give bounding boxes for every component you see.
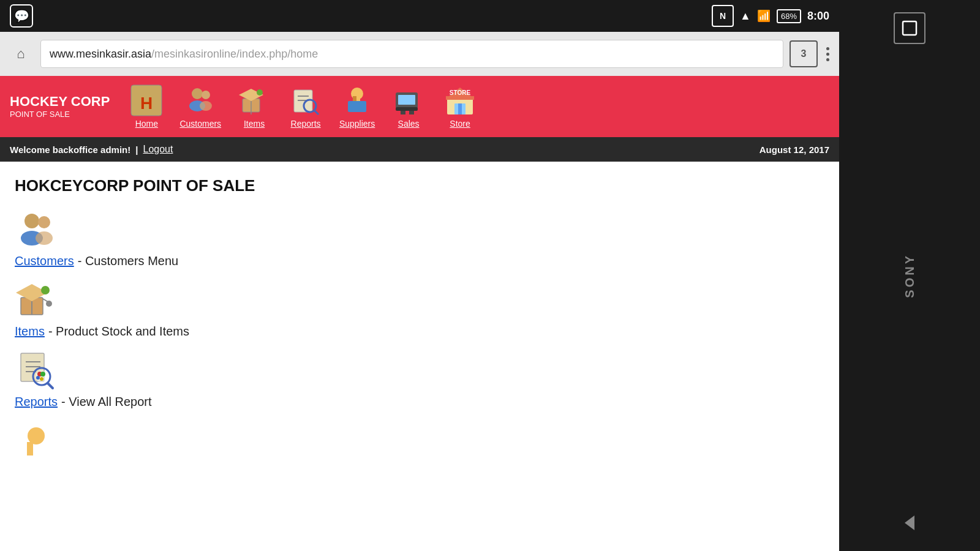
nav-items[interactable]: Items <box>230 81 279 131</box>
wifi-icon: ▲ <box>740 10 751 23</box>
bbm-icon: 💬 <box>10 4 33 28</box>
signal-icon: 📶 <box>757 9 771 23</box>
nav-items-label: Items <box>244 119 265 129</box>
svg-rect-52 <box>27 442 33 455</box>
svg-point-49 <box>40 377 43 381</box>
svg-point-9 <box>257 89 263 96</box>
svg-text:H: H <box>140 94 153 113</box>
nav-customers[interactable]: Customers <box>173 81 227 131</box>
customers-menu-icon <box>15 208 58 250</box>
reports-desc: - View All Report <box>61 395 151 409</box>
square-button[interactable] <box>894 12 925 44</box>
svg-rect-22 <box>401 111 405 114</box>
url-path: /mesinkasironline/index.php/home <box>151 48 318 61</box>
customers-menu-item: Customers - Customers Menu <box>15 208 824 268</box>
nav-sales-label: Sales <box>398 119 420 129</box>
reports-link[interactable]: Reports <box>15 395 58 409</box>
brand-subtitle: POINT OF SALE <box>10 110 110 119</box>
battery-indicator: 68% <box>777 9 801 23</box>
browser-bar: ⌂ www.mesinkasir.asia /mesinkasironline/… <box>0 32 839 76</box>
nav-suppliers-label: Suppliers <box>339 119 375 129</box>
reports-icon <box>288 83 323 118</box>
sales-icon <box>391 83 426 118</box>
svg-point-5 <box>200 101 212 111</box>
nav-store-label: Store <box>450 119 470 129</box>
welcome-text: Welcome backoffice admin! <box>10 144 130 155</box>
status-bar: 💬 N ▲ 📶 68% 8:00 <box>0 0 839 32</box>
svg-rect-53 <box>903 21 916 35</box>
svg-rect-28 <box>446 96 474 100</box>
svg-rect-18 <box>353 96 356 101</box>
nav-suppliers[interactable]: Suppliers <box>333 81 382 131</box>
svg-text:STORE: STORE <box>450 89 471 96</box>
svg-rect-16 <box>348 101 366 112</box>
items-menu-row: Items - Product Stock and Items <box>15 324 824 339</box>
tab-count-button[interactable]: 3 <box>790 40 818 67</box>
date-display: August 12, 2017 <box>760 144 829 155</box>
reports-menu-icon <box>15 348 58 391</box>
nfc-icon: N <box>712 5 734 27</box>
welcome-separator: | <box>135 144 138 155</box>
svg-point-30 <box>24 214 39 228</box>
suppliers-menu-icon <box>15 419 58 462</box>
svg-point-48 <box>36 376 40 380</box>
svg-point-32 <box>38 216 50 228</box>
items-desc: - Product Stock and Items <box>48 324 189 339</box>
reports-menu-row: Reports - View All Report <box>15 395 824 409</box>
brand: HOCKEY CORP POINT OF SALE <box>10 94 110 119</box>
items-menu-icon <box>15 278 58 321</box>
items-icon <box>237 83 271 118</box>
nav-home-label: Home <box>135 119 158 129</box>
svg-point-51 <box>28 427 45 444</box>
svg-point-37 <box>41 286 50 294</box>
nav-customers-label: Customers <box>179 119 221 129</box>
nav-reports-label: Reports <box>291 119 321 129</box>
main-content: HOKCEYCORP POINT OF SALE Customers - Cus… <box>0 162 839 551</box>
navigation-bar: HOCKEY CORP POINT OF SALE H Home <box>0 76 839 137</box>
items-menu-item: Items - Product Stock and Items <box>15 278 824 339</box>
svg-point-2 <box>192 88 203 99</box>
svg-rect-20 <box>398 95 415 105</box>
browser-home-button[interactable]: ⌂ <box>7 40 34 67</box>
customers-link[interactable]: Customers <box>15 254 74 268</box>
customers-icon <box>183 83 217 118</box>
browser-menu-button[interactable] <box>824 45 832 64</box>
nav-home[interactable]: H Home <box>122 81 171 131</box>
url-bar[interactable]: www.mesinkasir.asia /mesinkasironline/in… <box>40 40 783 68</box>
svg-line-14 <box>315 111 318 114</box>
brand-name: HOCKEY CORP <box>10 94 110 110</box>
items-link[interactable]: Items <box>15 324 45 339</box>
reports-menu-item: Reports - View All Report <box>15 348 824 409</box>
back-button[interactable] <box>894 507 925 539</box>
svg-marker-54 <box>905 515 914 530</box>
status-time: 8:00 <box>807 10 829 23</box>
customers-desc: - Customers Menu <box>78 254 179 268</box>
side-icons <box>894 12 925 44</box>
logout-link[interactable]: Logout <box>143 144 173 155</box>
nav-sales[interactable]: Sales <box>384 81 433 131</box>
svg-point-39 <box>46 301 52 307</box>
nav-store[interactable]: STORE Store <box>435 81 484 131</box>
store-icon: STORE <box>443 83 477 118</box>
nav-reports[interactable]: Reports <box>281 81 330 131</box>
svg-point-47 <box>40 372 45 377</box>
svg-rect-27 <box>458 103 462 114</box>
svg-point-33 <box>36 231 53 245</box>
home-icon: H <box>129 83 164 118</box>
svg-point-4 <box>202 91 210 99</box>
suppliers-menu-item <box>15 419 824 465</box>
svg-rect-23 <box>409 111 414 114</box>
svg-line-50 <box>48 383 53 388</box>
customers-menu-row: Customers - Customers Menu <box>15 254 824 268</box>
suppliers-icon <box>340 83 374 118</box>
side-panel: SONY <box>839 0 980 551</box>
svg-rect-21 <box>396 107 418 111</box>
welcome-bar: Welcome backoffice admin! | Logout Augus… <box>0 137 839 162</box>
sony-brand-label: SONY <box>903 253 917 298</box>
page-title: HOKCEYCORP POINT OF SALE <box>15 176 824 195</box>
url-domain: www.mesinkasir.asia <box>50 48 151 61</box>
nav-items: H Home Customers <box>122 81 484 131</box>
